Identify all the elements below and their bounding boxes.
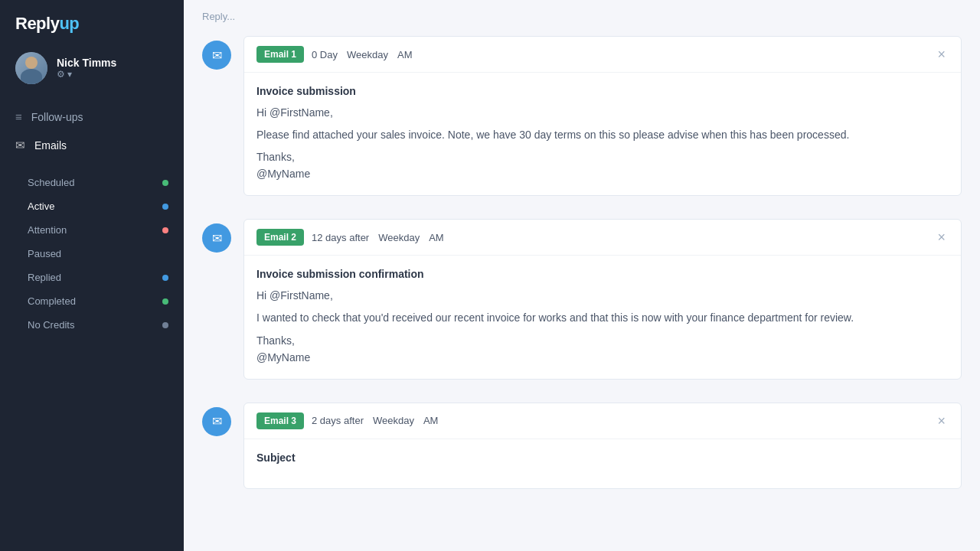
close-email-2-button[interactable]: × (934, 230, 949, 244)
email-signature-2: @MyName (256, 351, 949, 364)
email-card-header-3: Email 3 2 days after Weekday AM × (244, 403, 961, 439)
email-salutation-1: Hi @FirstName, (256, 106, 949, 119)
sidebar-item-label: Emails (34, 139, 67, 152)
email-card-body-3: Subject (244, 439, 961, 488)
attention-label: Attention (28, 224, 67, 236)
sidebar-item-follow-ups[interactable]: ≡ Follow-ups (0, 103, 184, 131)
active-dot (162, 204, 168, 210)
sidebar-item-label: Follow-ups (31, 111, 83, 123)
avatar (15, 52, 47, 84)
email-subject-3: Subject (256, 452, 949, 464)
email-icon-col-2: ✉ (202, 219, 231, 253)
mail-circle-3: ✉ (202, 407, 231, 436)
email-badge-3: Email 3 (256, 412, 304, 429)
email-body-2: I wanted to check that you'd received ou… (256, 309, 949, 326)
email-card-2: Email 2 12 days after Weekday AM × Invoi… (243, 219, 962, 379)
email-thanks-1: Thanks, (256, 151, 949, 163)
attention-dot (162, 227, 168, 233)
sidebar: Replyup Nick Timms ⚙ ▾ ≡ Follow-ups ✉ Em… (0, 0, 184, 551)
email-icon-col: ✉ (202, 36, 231, 70)
email-row-2: ✉ Email 2 12 days after Weekday AM × (202, 219, 962, 379)
gear-icon: ⚙ (57, 69, 65, 80)
sidebar-item-paused[interactable]: Paused (0, 242, 184, 266)
email-subject-2: Invoice submission confirmation (256, 268, 949, 280)
email-time-1: AM (397, 49, 413, 60)
mail-icon-2: ✉ (212, 231, 222, 246)
email-list: ✉ Email 1 0 Day Weekday AM × (202, 30, 962, 512)
mail-circle-1: ✉ (202, 41, 231, 70)
close-email-3-button[interactable]: × (934, 414, 949, 428)
user-profile: Nick Timms ⚙ ▾ (0, 44, 184, 96)
paused-label: Paused (28, 248, 61, 259)
email-time-2: AM (429, 232, 444, 243)
main-content: Reply... ✉ Email 1 0 Day Weekday AM (184, 0, 980, 551)
scheduled-dot (162, 180, 168, 186)
sidebar-item-replied[interactable]: Replied (0, 266, 184, 289)
active-label: Active (28, 201, 54, 212)
email-card-body-1: Invoice submission Hi @FirstName, Please… (244, 73, 961, 195)
email-day-1: 0 Day (312, 49, 338, 60)
mail-circle-2: ✉ (202, 223, 231, 253)
sidebar-item-attention[interactable]: Attention (0, 218, 184, 242)
email-day-2: 12 days after (312, 232, 369, 243)
email-card-header-2: Email 2 12 days after Weekday AM × (244, 220, 961, 256)
email-timing-1: Weekday (347, 49, 388, 60)
email-row-1: ✉ Email 1 0 Day Weekday AM × (202, 36, 962, 196)
email-card-1: Email 1 0 Day Weekday AM × Invoice submi… (243, 36, 962, 196)
no-credits-dot (162, 322, 168, 328)
user-settings-button[interactable]: ⚙ ▾ (57, 69, 116, 80)
main-nav: ≡ Follow-ups ✉ Emails (0, 96, 184, 166)
list-icon: ≡ (15, 110, 22, 123)
email-signature-1: @MyName (256, 168, 949, 180)
email-card-3: Email 3 2 days after Weekday AM × Subjec… (243, 403, 962, 489)
email-card-title-3: Email 3 2 days after Weekday AM (256, 412, 441, 429)
email-subject-1: Invoice submission (256, 85, 949, 97)
email-timing-3: Weekday (373, 415, 414, 426)
email-icon-col-3: ✉ (202, 403, 231, 436)
email-time-3: AM (423, 415, 439, 426)
email-day-3: 2 days after (312, 415, 364, 426)
user-info: Nick Timms ⚙ ▾ (57, 57, 116, 80)
sidebar-item-active[interactable]: Active (0, 194, 184, 218)
breadcrumb: Reply... (202, 0, 962, 30)
email-body-1: Please find attached your sales invoice.… (256, 126, 949, 143)
replied-label: Replied (28, 272, 61, 283)
email-card-title-2: Email 2 12 days after Weekday AM (256, 229, 447, 246)
sidebar-item-scheduled[interactable]: Scheduled (0, 171, 184, 194)
email-meta-1: 0 Day Weekday AM (312, 49, 415, 60)
close-email-1-button[interactable]: × (934, 47, 949, 61)
app-logo: Replyup (0, 0, 184, 44)
email-card-body-2: Invoice submission confirmation Hi @Firs… (244, 256, 961, 378)
email-timing-2: Weekday (378, 232, 420, 243)
email-card-title-1: Email 1 0 Day Weekday AM (256, 46, 415, 63)
no-credits-label: No Credits (28, 319, 74, 331)
email-sections: Scheduled Active Attention Paused Replie… (0, 166, 184, 341)
email-thanks-2: Thanks, (256, 334, 949, 347)
scheduled-label: Scheduled (28, 177, 74, 188)
replied-dot (162, 275, 168, 281)
completed-dot (162, 298, 168, 305)
email-meta-3: 2 days after Weekday AM (312, 415, 441, 426)
email-meta-2: 12 days after Weekday AM (312, 232, 447, 243)
mail-icon-3: ✉ (212, 414, 222, 429)
mail-icon: ✉ (212, 48, 222, 63)
sidebar-item-completed[interactable]: Completed (0, 289, 184, 313)
email-card-header-1: Email 1 0 Day Weekday AM × (244, 37, 961, 73)
user-name: Nick Timms (57, 57, 116, 69)
email-row-3: ✉ Email 3 2 days after Weekday AM × (202, 403, 962, 489)
completed-label: Completed (28, 295, 76, 307)
sidebar-item-no-credits[interactable]: No Credits (0, 313, 184, 337)
email-badge-2: Email 2 (256, 229, 304, 246)
email-nav-icon: ✉ (15, 139, 25, 152)
email-badge-1: Email 1 (256, 46, 304, 63)
sidebar-item-emails[interactable]: ✉ Emails (0, 131, 184, 160)
email-salutation-2: Hi @FirstName, (256, 289, 949, 302)
